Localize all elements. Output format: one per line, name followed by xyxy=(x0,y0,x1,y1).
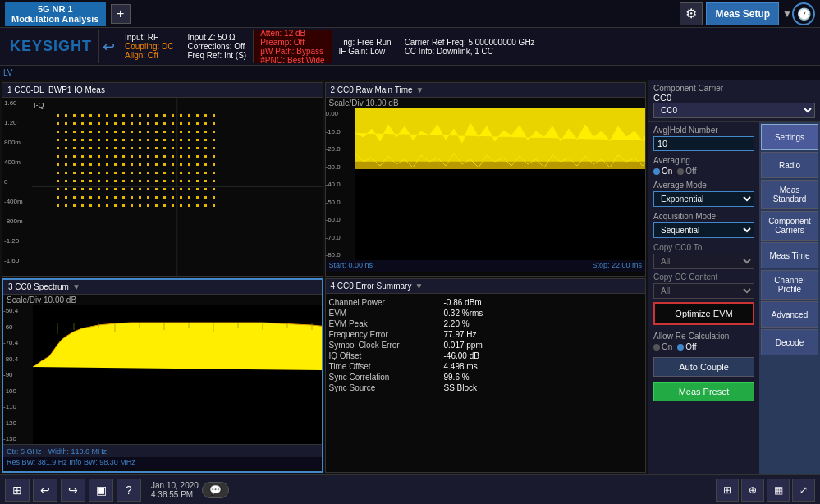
averaging-off-option[interactable]: Off xyxy=(677,167,696,176)
svg-rect-173 xyxy=(147,180,149,182)
svg-rect-11 xyxy=(131,114,133,117)
panel3-y-axis: -50.4 -60 -70.4 -80.4 -90 -100 -110 -120… xyxy=(3,305,33,444)
app-title-line2: Modulation Analysis xyxy=(11,14,99,24)
svg-rect-195 xyxy=(163,188,166,190)
undo-button[interactable]: ↩ xyxy=(33,479,57,502)
error-val: 2.20 % xyxy=(444,319,470,328)
recalc-off-dot xyxy=(677,344,684,351)
add-panel-button[interactable]: + xyxy=(111,4,131,24)
svg-rect-149 xyxy=(114,172,117,174)
svg-rect-7 xyxy=(98,114,100,117)
cc-info-label: CC Info: Downlink, 1 CC xyxy=(405,47,535,56)
svg-rect-9 xyxy=(114,114,117,117)
panel3-resbw: Res BW: 381.9 Hz Info BW: 98.30 MHz xyxy=(7,458,135,466)
svg-rect-224 xyxy=(73,204,76,207)
panel3-dropdown-icon[interactable]: ▼ xyxy=(72,282,80,291)
averaging-off-label: Off xyxy=(685,167,696,176)
panel2-stop: Stop: 22.00 ms xyxy=(592,261,642,271)
sidebar-left: Avg|Hold Number Averaging On Off xyxy=(648,122,759,474)
grid-view-button[interactable]: ⊞ xyxy=(716,479,739,502)
svg-rect-50 xyxy=(122,131,125,133)
date-label: Jan 10, 2020 xyxy=(151,481,199,490)
channel-profile-button[interactable]: Channel Profile xyxy=(761,270,818,300)
svg-rect-182 xyxy=(57,188,59,190)
svg-rect-126 xyxy=(89,163,92,166)
panel2-title: 2 CC0 Raw Main Time ▼ xyxy=(326,83,646,98)
svg-rect-121 xyxy=(213,155,215,158)
svg-rect-235 xyxy=(163,204,166,207)
settings-button[interactable]: Settings xyxy=(761,124,818,150)
recalc-off-option[interactable]: Off xyxy=(677,342,696,351)
svg-rect-15 xyxy=(163,114,166,117)
carrier-freq-label: Carrier Ref Freq: 5.000000000 GHz xyxy=(405,38,535,47)
app-title-line1: 5G NR 1 xyxy=(38,4,73,14)
component-carrier-dropdown[interactable]: CC0 xyxy=(653,103,815,118)
copy-cc-content-select[interactable]: All xyxy=(653,283,754,299)
acq-mode-select[interactable]: Sequential Simultaneous xyxy=(653,222,754,238)
svg-rect-140 xyxy=(204,163,207,166)
error-table-row: Frequency Error 77.97 Hz xyxy=(329,329,643,340)
meas-time-button[interactable]: Meas Time xyxy=(761,242,818,268)
svg-rect-155 xyxy=(163,172,166,174)
svg-rect-143 xyxy=(65,172,67,174)
component-carrier-label: Component Carrier xyxy=(653,84,815,93)
svg-rect-96 xyxy=(172,147,174,149)
svg-rect-192 xyxy=(139,188,141,190)
svg-rect-191 xyxy=(131,188,133,190)
panel2-dropdown-icon[interactable]: ▼ xyxy=(416,85,424,94)
svg-rect-53 xyxy=(147,131,149,133)
acq-mode-group: Acquisition Mode Sequential Simultaneous xyxy=(653,212,754,238)
auto-couple-button[interactable]: Auto Couple xyxy=(653,357,754,377)
avg-mode-select[interactable]: Exponential RMS Video xyxy=(653,191,754,207)
svg-rect-93 xyxy=(147,147,149,149)
fullscreen-button[interactable]: ⤢ xyxy=(792,479,815,502)
svg-rect-35 xyxy=(163,122,166,125)
save-button[interactable]: ▣ xyxy=(89,479,113,502)
recalc-on-option[interactable]: On xyxy=(653,342,672,351)
svg-rect-133 xyxy=(147,163,149,166)
cursor-button[interactable]: ⊕ xyxy=(741,479,764,502)
averaging-on-option[interactable]: On xyxy=(653,167,672,176)
svg-rect-12 xyxy=(139,114,141,117)
chat-button[interactable]: 💬 xyxy=(202,482,229,498)
svg-rect-163 xyxy=(65,180,67,182)
svg-rect-89 xyxy=(114,147,117,149)
meas-setup-button[interactable]: Meas Setup xyxy=(706,2,779,25)
averaging-group: Averaging On Off xyxy=(653,156,754,176)
svg-rect-63 xyxy=(65,139,67,141)
component-carriers-button[interactable]: Component Carriers xyxy=(761,211,818,241)
svg-rect-196 xyxy=(172,188,174,190)
radio-button[interactable]: Radio xyxy=(761,152,818,178)
error-val: 99.6 % xyxy=(444,373,470,382)
layout-button[interactable]: ▦ xyxy=(767,479,790,502)
avg-hold-group: Avg|Hold Number xyxy=(653,126,754,151)
svg-rect-101 xyxy=(213,147,215,149)
optimize-evm-button[interactable]: Optimize EVM xyxy=(653,302,754,325)
gear-icon[interactable]: ⚙ xyxy=(680,2,703,25)
decode-button[interactable]: Decode xyxy=(761,329,818,355)
svg-rect-219 xyxy=(196,196,199,199)
copy-cc0-select[interactable]: All xyxy=(653,254,754,269)
windows-button[interactable]: ⊞ xyxy=(5,479,30,502)
advanced-button[interactable]: Advanced xyxy=(761,301,818,328)
recalc-on-dot xyxy=(653,344,660,351)
meas-preset-button[interactable]: Meas Preset xyxy=(653,382,754,401)
error-table: Channel Power -0.86 dBm EVM 0.32 %rms EV… xyxy=(326,294,646,396)
svg-rect-205 xyxy=(81,196,84,199)
meas-standard-button[interactable]: Meas Standard xyxy=(761,180,818,209)
error-key: Time Offset xyxy=(329,362,444,371)
averaging-off-dot xyxy=(677,168,684,175)
error-key: Sync Source xyxy=(329,383,444,392)
svg-rect-75 xyxy=(163,139,166,141)
redo-button[interactable]: ↪ xyxy=(61,479,85,502)
svg-rect-65 xyxy=(81,139,84,141)
svg-rect-222 xyxy=(57,204,59,207)
svg-rect-167 xyxy=(98,180,100,182)
avg-hold-input[interactable] xyxy=(653,136,754,151)
svg-rect-72 xyxy=(139,139,141,141)
panel4-dropdown-icon[interactable]: ▼ xyxy=(415,282,423,291)
panel-error: 4 CC0 Error Summary ▼ Channel Power -0.8… xyxy=(325,278,647,473)
svg-rect-33 xyxy=(147,122,149,125)
bottom-bar: ⊞ ↩ ↪ ▣ ? Jan 10, 2020 4:38:55 PM 💬 ⊞ ⊕ … xyxy=(0,474,820,504)
help-button[interactable]: ? xyxy=(117,479,141,502)
